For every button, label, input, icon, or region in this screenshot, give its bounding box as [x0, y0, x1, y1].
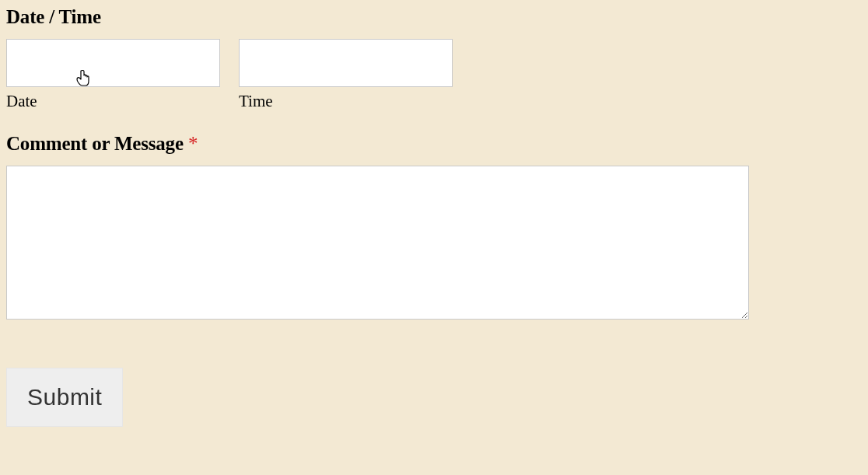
time-input[interactable]: [239, 39, 453, 87]
date-label: Date: [6, 92, 220, 111]
date-time-group: Date / Time Date Time: [6, 6, 868, 111]
comment-group: Comment or Message *: [6, 133, 868, 320]
date-col: Date: [6, 39, 220, 111]
submit-button[interactable]: Submit: [6, 368, 123, 427]
time-label: Time: [239, 92, 453, 111]
comment-title-text: Comment or Message: [6, 133, 188, 154]
required-asterisk: *: [188, 133, 198, 154]
date-input[interactable]: [6, 39, 220, 87]
time-col: Time: [239, 39, 453, 111]
comment-title: Comment or Message *: [6, 133, 868, 155]
date-time-title: Date / Time: [6, 6, 868, 28]
comment-textarea[interactable]: [6, 166, 749, 320]
date-time-row: Date Time: [6, 39, 868, 111]
